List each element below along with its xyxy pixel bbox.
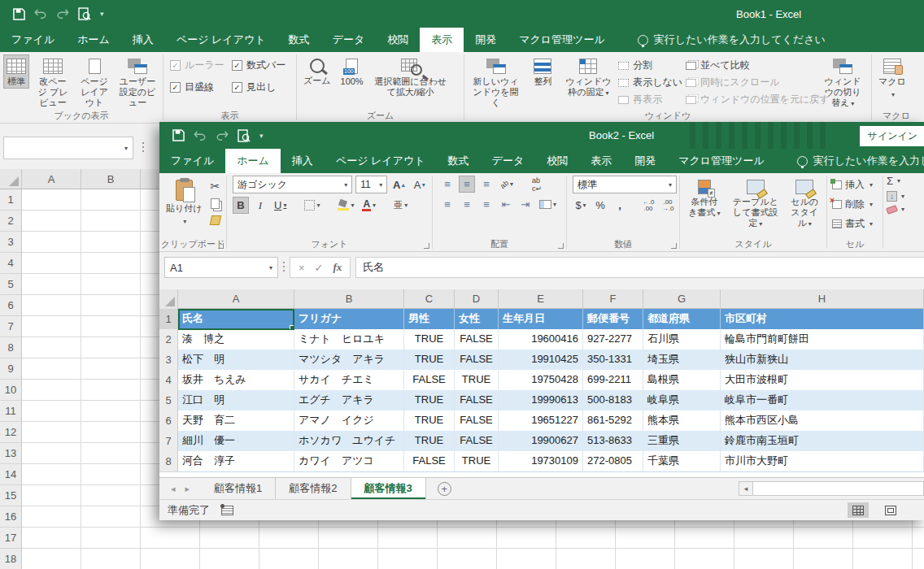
book2-tab-page-layout[interactable]: ページ レイアウト bbox=[325, 149, 437, 173]
format-as-table-button[interactable]: テーブルとして書式設定▾ bbox=[729, 176, 783, 231]
column-header[interactable]: B bbox=[81, 169, 141, 189]
book2-tell-me-search[interactable]: 実行したい作業を入力してください bbox=[797, 149, 924, 173]
cell-kana[interactable]: ミナト ヒロユキ bbox=[294, 329, 404, 350]
format-painter-icon[interactable] bbox=[209, 215, 221, 225]
split-button[interactable]: 分割 bbox=[618, 57, 682, 74]
cell-female[interactable]: TRUE bbox=[455, 451, 499, 472]
underline-button[interactable]: U▾ bbox=[272, 197, 289, 214]
print-preview-icon[interactable] bbox=[238, 129, 251, 142]
row-header[interactable]: 5 bbox=[0, 274, 21, 295]
dialog-launcher-icon[interactable] bbox=[424, 243, 429, 249]
cell-city[interactable]: 岐阜市一番町 bbox=[721, 390, 924, 411]
save-icon[interactable] bbox=[172, 129, 185, 141]
row-header[interactable]: 4 bbox=[159, 370, 178, 391]
cut-icon[interactable]: ✂ bbox=[211, 180, 220, 192]
synchronous-scrolling-button[interactable]: 同時にスクロール bbox=[686, 74, 814, 91]
fill-button[interactable]: ↓▾ bbox=[887, 191, 921, 202]
book2-tab-review[interactable]: 校閲 bbox=[535, 149, 579, 173]
cell-kana[interactable]: アマノ イクジ bbox=[294, 410, 404, 432]
switch-windows-button[interactable]: ウィンドウの切り替え▾ bbox=[817, 54, 868, 111]
cell-zip[interactable]: 350-1331 bbox=[583, 350, 643, 371]
row-header[interactable]: 1 bbox=[0, 189, 21, 211]
cell-pref[interactable]: 島根県 bbox=[643, 370, 721, 391]
cell-city[interactable]: 大田市波根町 bbox=[721, 370, 924, 391]
undo-icon[interactable] bbox=[34, 8, 47, 20]
row-header[interactable]: 3 bbox=[159, 350, 178, 371]
row-header[interactable]: 12 bbox=[0, 422, 21, 443]
row-header[interactable]: 18 bbox=[0, 549, 21, 569]
formula-content[interactable]: 氏名 bbox=[355, 257, 924, 278]
column-header[interactable]: F bbox=[583, 289, 643, 309]
cell-birth[interactable]: 19900627 bbox=[499, 431, 583, 452]
new-sheet-button[interactable]: + bbox=[438, 482, 451, 496]
row-header[interactable]: 8 bbox=[0, 337, 21, 358]
font-color-button[interactable]: A▾ bbox=[360, 197, 378, 214]
dialog-launcher-icon[interactable] bbox=[558, 243, 564, 249]
enter-icon[interactable]: ✓ bbox=[315, 262, 324, 274]
row-header[interactable]: 17 bbox=[0, 528, 21, 549]
conditional-formatting-button[interactable]: 条件付き書式▾ bbox=[683, 176, 726, 220]
middle-align-button[interactable]: ≡ bbox=[459, 176, 475, 193]
redo-icon[interactable] bbox=[56, 8, 69, 20]
bold-button[interactable]: B bbox=[233, 197, 249, 214]
macro-record-icon[interactable] bbox=[221, 506, 233, 515]
cell-birth[interactable]: 19990613 bbox=[499, 390, 583, 411]
ruler-checkbox[interactable]: ✓ルーラー bbox=[170, 54, 229, 76]
cell[interactable]: 男性 bbox=[404, 309, 455, 330]
cell-male[interactable]: TRUE bbox=[404, 390, 455, 411]
page-layout-view-button[interactable]: ページ レイアウト bbox=[76, 54, 112, 110]
insert-function-icon[interactable]: fx bbox=[333, 261, 342, 274]
book2-tab-file[interactable]: ファイル bbox=[159, 149, 225, 173]
select-all-corner[interactable] bbox=[159, 289, 178, 309]
sheet-tab-2[interactable]: 顧客情報2 bbox=[276, 478, 351, 499]
phonetic-guide-button[interactable]: 亜▾ bbox=[391, 197, 410, 214]
row-header[interactable]: 9 bbox=[0, 358, 21, 380]
active-cell-a1[interactable]: 氏名 bbox=[178, 309, 294, 330]
cell-zip[interactable]: 861-5292 bbox=[583, 410, 643, 432]
row-header[interactable]: 16 bbox=[0, 506, 21, 528]
align-right-button[interactable]: ≡ bbox=[478, 196, 495, 213]
number-format-select[interactable]: 標準▾ bbox=[573, 176, 677, 193]
autosum-button[interactable]: Σ▾ bbox=[887, 175, 921, 187]
book2-tab-view[interactable]: 表示 bbox=[579, 149, 623, 173]
grow-font-button[interactable]: A▲ bbox=[390, 176, 408, 193]
book2-tab-macro-tools[interactable]: マクロ管理ツール bbox=[667, 149, 776, 173]
book2-tab-formulas[interactable]: 数式 bbox=[437, 149, 481, 173]
cell-kana[interactable]: ホソカワ ユウイチ bbox=[294, 431, 404, 452]
format-cells-button[interactable]: 書式▾ bbox=[832, 215, 879, 232]
select-all-corner[interactable] bbox=[0, 169, 22, 189]
cell-kana[interactable]: カワイ アツコ bbox=[294, 451, 404, 472]
headings-checkbox[interactable]: ✓見出し bbox=[232, 76, 276, 98]
row-header[interactable]: 7 bbox=[0, 316, 21, 337]
row-header[interactable]: 1 bbox=[159, 309, 178, 330]
sheet-prev-icon[interactable]: ◂ bbox=[171, 484, 176, 494]
column-header[interactable]: E bbox=[499, 289, 583, 309]
italic-button[interactable]: I bbox=[252, 197, 268, 214]
book1-name-box[interactable]: ▾ bbox=[3, 137, 133, 159]
sheet-next-icon[interactable]: ▸ bbox=[185, 484, 190, 494]
cell[interactable]: 女性 bbox=[455, 309, 499, 330]
formula-bar-checkbox[interactable]: ✓数式バー bbox=[232, 54, 285, 76]
sheet-tab-3[interactable]: 顧客情報3 bbox=[351, 478, 426, 499]
increase-indent-button[interactable]: ⇥ bbox=[517, 196, 534, 213]
borders-button[interactable]: ▾ bbox=[302, 197, 322, 214]
cell-pref[interactable]: 石川県 bbox=[643, 329, 721, 350]
freeze-panes-button[interactable]: ウィンドウ枠の固定▾ bbox=[562, 54, 616, 100]
row-header[interactable]: 6 bbox=[0, 295, 21, 316]
customize-qat-icon[interactable]: ▾ bbox=[259, 132, 264, 140]
cell-zip[interactable]: 513-8633 bbox=[583, 431, 643, 452]
row-header[interactable]: 2 bbox=[0, 211, 21, 232]
row-header[interactable]: 15 bbox=[0, 485, 21, 506]
column-header[interactable]: H bbox=[721, 289, 924, 309]
cell-birth[interactable]: 19910425 bbox=[499, 350, 583, 371]
book1-tab-insert[interactable]: 挿入 bbox=[121, 28, 165, 52]
cell-male[interactable]: FALSE bbox=[404, 451, 455, 472]
increase-decimal-button[interactable]: ←.0.00 bbox=[640, 197, 656, 214]
cancel-icon[interactable]: × bbox=[299, 262, 305, 274]
customize-qat-icon[interactable]: ▾ bbox=[100, 10, 104, 18]
normal-view-shortcut[interactable] bbox=[848, 502, 869, 518]
row-header[interactable]: 11 bbox=[0, 401, 21, 422]
cell-zip[interactable]: 699-2211 bbox=[583, 370, 643, 391]
save-icon[interactable] bbox=[13, 8, 25, 20]
book2-tab-insert[interactable]: 挿入 bbox=[281, 149, 325, 173]
